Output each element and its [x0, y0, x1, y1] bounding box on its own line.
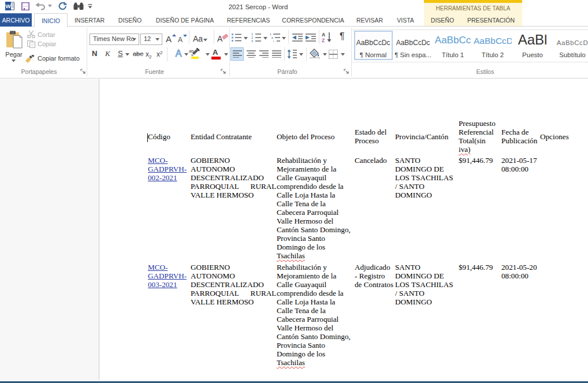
svg-text:3: 3 — [251, 39, 253, 42]
svg-text:A: A — [322, 32, 325, 38]
svg-text:i: i — [273, 39, 274, 42]
svg-text:A: A — [176, 49, 182, 58]
svg-text:W: W — [6, 3, 11, 9]
svg-text:Z: Z — [322, 38, 325, 43]
